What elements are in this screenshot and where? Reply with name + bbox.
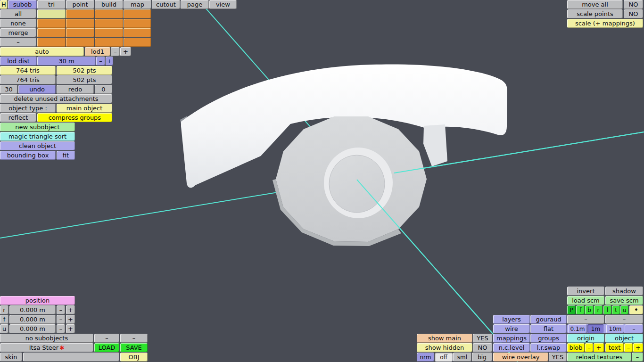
groups-button[interactable]: groups — [530, 334, 567, 343]
normals-off-button[interactable]: off — [435, 353, 453, 362]
flat-button[interactable]: flat — [530, 324, 567, 333]
load-scm-button[interactable]: load scm — [567, 296, 604, 305]
grid-unit-minus-button[interactable]: – — [625, 324, 643, 333]
redo-button[interactable]: redo — [57, 85, 94, 94]
tab-subob[interactable]: subob — [8, 0, 37, 9]
object-type-value[interactable]: main object — [57, 104, 112, 113]
grid-unit-01m-button[interactable]: 0.1m — [568, 324, 587, 333]
position-r-value[interactable]: 0.000 m — [9, 305, 56, 314]
grid-unit-1m-button[interactable]: 1m — [587, 324, 604, 333]
wire-button[interactable]: wire — [493, 324, 530, 333]
scale-points-state[interactable]: NO — [624, 9, 643, 18]
reload-textures-minus-button[interactable]: – — [632, 353, 643, 362]
matrix-cell[interactable] — [37, 28, 66, 37]
origin-button[interactable]: origin — [567, 334, 604, 343]
grid-unit-10m-button[interactable]: 10m — [606, 324, 624, 333]
scm-minus-left-button[interactable]: – — [567, 315, 604, 324]
matrix-cell[interactable] — [37, 38, 66, 47]
lod-level-button[interactable]: lod1 — [85, 47, 110, 56]
view-u-button[interactable]: u — [620, 305, 628, 314]
magic-triangle-sort-button[interactable]: magic triangle sort — [0, 132, 75, 141]
compress-groups-button[interactable]: compress groups — [37, 113, 112, 122]
position-r-minus-button[interactable]: – — [57, 305, 65, 314]
normals-button[interactable]: nrm — [417, 353, 434, 362]
scm-minus-right-button[interactable]: – — [605, 315, 643, 324]
matrix-cell[interactable] — [37, 19, 66, 28]
lod-dist-plus-button[interactable]: + — [106, 57, 113, 66]
show-main-state[interactable]: YES — [473, 334, 492, 343]
scale-mappings-button[interactable]: scale (+ mappings) — [567, 19, 643, 28]
view-f-button[interactable]: f — [576, 305, 585, 314]
matrix-cell-selected[interactable] — [37, 9, 66, 18]
bounding-box-button[interactable]: bounding box — [0, 151, 56, 160]
tab-view[interactable]: view — [209, 0, 237, 9]
shadow-button[interactable]: shadow — [605, 287, 643, 296]
show-main-button[interactable]: show main — [417, 334, 472, 343]
matrix-cell[interactable] — [95, 9, 123, 18]
lod-dist-minus-button[interactable]: – — [96, 57, 105, 66]
delete-unused-attachments-button[interactable]: delete unused attachments — [0, 94, 112, 103]
position-f-value[interactable]: 0.000 m — [9, 315, 56, 324]
nc-level-button[interactable]: n.c.level — [493, 343, 530, 352]
subobject-next-button[interactable]: – — [120, 334, 148, 343]
subobject-prev-button[interactable]: – — [94, 334, 119, 343]
position-f-minus-button[interactable]: – — [57, 315, 65, 324]
model-name-field[interactable]: Itsa Steer✱ — [0, 343, 93, 352]
lod-level-plus-button[interactable]: + — [120, 47, 131, 56]
wire-overlay-state[interactable]: YES — [549, 353, 567, 362]
undo-button[interactable]: undo — [18, 85, 56, 94]
wire-overlay-button[interactable]: wire overlay — [493, 353, 548, 362]
new-subobject-button[interactable]: new subobject — [0, 123, 75, 132]
subobject-selector[interactable]: no subobjects — [0, 334, 93, 343]
matrix-cell[interactable] — [124, 38, 151, 47]
reflect-button[interactable]: reflect — [0, 113, 36, 122]
layers-button[interactable]: layers — [493, 315, 530, 324]
tab-build[interactable]: build — [95, 0, 123, 9]
position-u-minus-button[interactable]: – — [57, 324, 65, 333]
view-l-button[interactable]: l — [603, 305, 611, 314]
object-button[interactable]: object — [605, 334, 643, 343]
tab-map[interactable]: map — [124, 0, 151, 9]
lod-dist-value[interactable]: 30 m — [37, 57, 96, 66]
position-u-value[interactable]: 0.000 m — [9, 324, 56, 333]
mappings-button[interactable]: mappings — [493, 334, 530, 343]
matrix-cell[interactable] — [124, 19, 151, 28]
save-button[interactable]: SAVE — [120, 343, 148, 352]
reload-textures-button[interactable]: reload textures — [567, 353, 631, 362]
view-dot-button[interactable]: • — [629, 305, 643, 314]
matrix-cell[interactable] — [95, 28, 123, 37]
invert-button[interactable]: invert — [567, 287, 604, 296]
move-all-state[interactable]: NO — [624, 0, 643, 9]
matrix-cell[interactable] — [95, 38, 123, 47]
text-minus-button[interactable]: – — [624, 343, 633, 352]
show-hidden-button[interactable]: show hidden — [417, 343, 472, 352]
tab-cutout[interactable]: cutout — [152, 0, 180, 9]
tab-tri[interactable]: tri — [37, 0, 66, 9]
position-r-plus-button[interactable]: + — [66, 305, 75, 314]
tab-point[interactable]: point — [66, 0, 94, 9]
matrix-cell[interactable] — [66, 38, 94, 47]
lod-level-minus-button[interactable]: – — [111, 47, 120, 56]
matrix-cell[interactable] — [66, 19, 94, 28]
gouraud-button[interactable]: gouraud — [530, 315, 567, 324]
lod-auto-button[interactable]: auto — [0, 47, 84, 56]
matrix-cell[interactable] — [124, 28, 151, 37]
move-all-button[interactable]: move all — [567, 0, 623, 9]
view-b-button[interactable]: b — [585, 305, 594, 314]
text-button[interactable]: text — [605, 343, 624, 352]
tab-page[interactable]: page — [181, 0, 209, 9]
position-u-plus-button[interactable]: + — [66, 324, 75, 333]
matrix-cell[interactable] — [95, 19, 123, 28]
normals-big-button[interactable]: big — [472, 353, 492, 362]
grid-row-all[interactable]: all — [0, 9, 36, 18]
blob-minus-button[interactable]: – — [585, 343, 593, 352]
blob-button[interactable]: blob — [567, 343, 585, 352]
save-scm-button[interactable]: save scm — [605, 296, 643, 305]
bounding-box-fit-button[interactable]: fit — [57, 151, 75, 160]
grid-row-minus[interactable]: – — [0, 38, 36, 47]
matrix-cell[interactable] — [66, 28, 94, 37]
blob-plus-button[interactable]: + — [594, 343, 604, 352]
text-plus-button[interactable]: + — [633, 343, 643, 352]
grid-row-none[interactable]: none — [0, 19, 36, 28]
scale-points-button[interactable]: scale points — [567, 9, 623, 18]
